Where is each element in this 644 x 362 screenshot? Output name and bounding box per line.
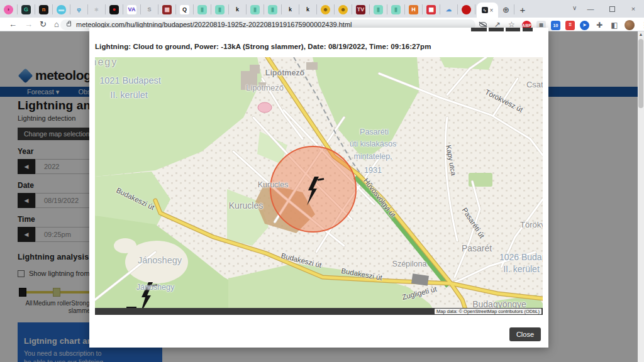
pinned-tab[interactable]: ▦	[423, 4, 440, 14]
pinned-tab[interactable]: ∗	[88, 4, 106, 14]
map-place-label: II. kerület	[110, 90, 148, 100]
extension-glyph: ➤	[583, 23, 587, 28]
pinned-tab-favicon-icon: VA	[127, 5, 136, 14]
pinned-tab-favicon-icon: φ	[74, 5, 84, 14]
map-place-label: Hárshegy	[95, 57, 118, 67]
pinned-tab-favicon-icon: ●	[109, 5, 119, 14]
tab-search-chevron-icon[interactable]: ∨	[572, 4, 577, 11]
pinned-tab[interactable]	[458, 4, 475, 14]
map-attribution[interactable]: Map data: © OpenStreetMap contributors (…	[435, 309, 541, 314]
eye-off-icon[interactable]	[479, 22, 487, 27]
pinned-tab[interactable]: S	[141, 4, 158, 14]
map-place-label: mintatelep,	[353, 153, 392, 161]
pinned-tab[interactable]: ▦	[158, 4, 176, 14]
map-sports-field	[258, 102, 272, 112]
pinned-tab[interactable]: Q	[176, 4, 194, 14]
pinned-tab-favicon-icon: TV	[356, 5, 365, 14]
extension-glyph: 10	[553, 23, 558, 28]
map-canvas[interactable]	[95, 57, 543, 315]
map-place-label: Pasaréti	[360, 128, 389, 136]
pinned-tab[interactable]: φ	[70, 4, 88, 14]
modal-top-button[interactable]	[506, 28, 520, 31]
close-window-button[interactable]: ×	[623, 0, 644, 18]
pinned-tab-favicon-icon: ▮	[268, 5, 277, 14]
map-place-label: úti kislakásos	[350, 140, 396, 148]
modal-close-button[interactable]: Close	[509, 327, 541, 341]
pinned-tab[interactable]: ◗	[0, 4, 18, 14]
maximize-button[interactable]	[601, 0, 623, 18]
map-place-label: Jánoshegy	[136, 283, 174, 292]
lightning-detail-modal: Lightning: Cloud to ground, Power: -13kA…	[89, 28, 548, 348]
page-scrollbar[interactable]: ▲	[638, 31, 644, 362]
pinned-tab-favicon-icon: k	[303, 5, 313, 14]
pinned-tab[interactable]: ▮	[211, 4, 229, 14]
extension-glyph: ⠿	[569, 23, 572, 28]
forward-button[interactable]: →	[25, 19, 33, 30]
eye-slash	[479, 21, 487, 27]
map-place-label: Lipótmező	[246, 84, 284, 92]
pinned-tab-favicon-icon: n	[39, 5, 48, 14]
pinned-tab[interactable]: TV	[352, 4, 370, 14]
extensions-puzzle-icon[interactable]: ✚	[594, 21, 604, 30]
back-button[interactable]: ←	[9, 19, 17, 30]
pinned-tab[interactable]: ●	[106, 4, 123, 14]
strike-detail-header: Lightning: Cloud to ground, Power: -13kA…	[95, 43, 431, 50]
modal-top-button[interactable]	[489, 28, 504, 31]
map-place-label: Csatárka	[526, 80, 543, 89]
home-button[interactable]: ⌂	[54, 19, 59, 30]
pinned-tab[interactable]: ▮	[370, 4, 387, 14]
modal-top-button[interactable]	[471, 28, 487, 31]
pinned-tab[interactable]: n	[35, 4, 53, 14]
map-place-label: 1021 Budapest	[99, 76, 161, 85]
pinned-tab[interactable]: VA	[123, 4, 141, 14]
pinned-tab-favicon-icon: ▦	[426, 5, 436, 14]
pinned-tab-favicon-icon: ◗	[4, 5, 13, 14]
pinned-tab[interactable]: k	[229, 4, 247, 14]
pinned-tab[interactable]: H	[405, 4, 423, 14]
map-place-label: Lipótmező	[265, 69, 305, 77]
tab-close-icon[interactable]: ×	[490, 7, 494, 14]
extension-glyph: ▤	[539, 23, 543, 28]
pinned-tab[interactable]: k	[299, 4, 317, 14]
reload-button[interactable]: ↻	[40, 19, 47, 30]
active-tab-favicon-icon: ϟ	[482, 7, 488, 13]
pinned-tab[interactable]: ▮	[194, 4, 211, 14]
pinned-tab[interactable]: ▮	[264, 4, 282, 14]
minimize-button[interactable]: —	[580, 0, 601, 18]
modal-top-button[interactable]	[523, 28, 533, 31]
pinned-tab[interactable]: ▮	[247, 4, 264, 14]
pinned-tab[interactable]: ☻	[335, 4, 352, 14]
pinned-tab[interactable]: ☻	[317, 4, 335, 14]
extension-icon[interactable]: ➤	[580, 21, 589, 30]
map-place-label: 1026 Budapest	[499, 253, 543, 261]
pinned-tab-favicon-icon: S	[145, 5, 154, 14]
profile-avatar[interactable]	[625, 20, 635, 30]
pinned-tab-globe[interactable]: ⊕	[498, 4, 514, 14]
pinned-tab[interactable]: ▮	[387, 4, 405, 14]
scrollbar-up-arrow[interactable]: ▲	[638, 32, 644, 36]
scrollbar-thumb[interactable]	[638, 39, 643, 108]
map-place-label: Jánoshegy	[138, 256, 182, 265]
pinned-tab-favicon-icon: ▮	[391, 5, 401, 14]
pinned-tab-favicon-icon: k	[233, 5, 242, 14]
strike-map[interactable]: Hárshegy 1021 Budapest II. kerület Lipót…	[95, 57, 543, 315]
pinned-tab-favicon-icon: ▮	[374, 5, 383, 14]
pinned-tab[interactable]: ☁	[440, 4, 458, 14]
pinned-tab-favicon-icon: k	[286, 5, 295, 14]
active-tab[interactable]: ϟ ×	[477, 3, 498, 18]
lock-icon[interactable]	[67, 23, 71, 26]
side-panel-icon[interactable]: ◧	[609, 21, 619, 30]
map-place-label: Törökvész	[520, 221, 543, 229]
pinned-tab-favicon-icon: ▬	[57, 5, 66, 14]
extension-icon[interactable]: 10	[551, 21, 560, 30]
pinned-tab[interactable]: ▬	[53, 4, 70, 14]
pinned-tab[interactable]: k	[282, 4, 299, 14]
browser-menu-icon[interactable]: ⋮	[640, 21, 644, 30]
new-tab-button[interactable]: +	[514, 2, 531, 17]
pinned-tab-favicon-icon: ▦	[162, 5, 172, 14]
maximize-icon	[609, 6, 615, 12]
map-place-label: II. kerület	[503, 265, 540, 273]
pinned-tab[interactable]: G	[18, 4, 35, 14]
extension-icon[interactable]: ⠿	[565, 21, 575, 30]
pinned-tab-favicon-icon: ▮	[250, 5, 260, 14]
